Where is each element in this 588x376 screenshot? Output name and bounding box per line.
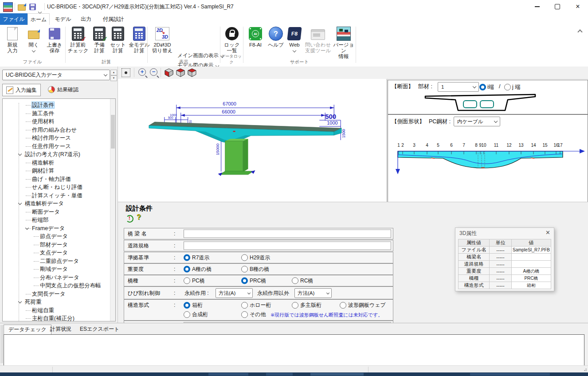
- open-file-icon[interactable]: [18, 3, 26, 11]
- tree-item[interactable]: 主桁自重(補正分): [3, 314, 110, 321]
- radio-class-a[interactable]: A種の橋: [184, 266, 212, 273]
- tree-item[interactable]: 施工条件: [3, 110, 110, 118]
- pc-steel-combobox[interactable]: 内ケーブル: [454, 117, 500, 126]
- tab-calc-status[interactable]: 計算状況: [46, 325, 76, 334]
- minimize-button[interactable]: [527, 0, 547, 13]
- zoom-in-icon[interactable]: +: [138, 68, 146, 76]
- model-viewport[interactable]: 67000 66000 500 1000 1000 500 50 15000 1…: [118, 79, 387, 202]
- f8-ai-button[interactable]: AI F8-AI: [246, 27, 265, 48]
- set-calc-button[interactable]: セット計算: [109, 27, 127, 54]
- method-a-combobox-1[interactable]: 方法(A): [216, 288, 253, 298]
- tree-item[interactable]: 死荷重: [3, 298, 110, 306]
- data-type-combobox[interactable]: UC-BRIDGE入力データ: [2, 70, 110, 80]
- tree-item[interactable]: 部材データ: [3, 241, 110, 249]
- bridge-name-input[interactable]: [184, 230, 391, 238]
- tree-item[interactable]: 計算スイッチ・単価: [3, 192, 110, 200]
- i-end-radio[interactable]: [479, 84, 486, 90]
- radio-class-b[interactable]: B種の橋: [241, 266, 269, 273]
- tree-item[interactable]: 使用材料: [3, 118, 110, 126]
- radio-corrugated-web[interactable]: 波形鋼板ウェブ: [340, 302, 386, 309]
- web-button[interactable]: F8 Web: [286, 27, 302, 52]
- tree-item[interactable]: 剛域データ: [3, 265, 110, 274]
- spinner-control[interactable]: ▲▼: [110, 70, 116, 80]
- resize-grip[interactable]: [584, 368, 587, 372]
- tree-item[interactable]: 桁端自重: [3, 306, 110, 315]
- result-check-button[interactable]: 結果確認: [44, 84, 82, 95]
- tab-file[interactable]: ファイル: [0, 13, 27, 25]
- tree-item[interactable]: 断面データ: [3, 208, 110, 216]
- tree-item[interactable]: Frameデータ: [3, 224, 110, 233]
- tree-item[interactable]: 設計条件: [3, 101, 110, 110]
- radio-composite-girder[interactable]: 合成桁: [184, 311, 208, 318]
- view-cube-top-icon[interactable]: [187, 68, 197, 78]
- view-cube-top-left-icon[interactable]: [176, 68, 185, 78]
- road-spec-input[interactable]: [184, 242, 391, 250]
- lock-list-button[interactable]: ロック一覧: [223, 27, 241, 54]
- radio-multi-slab[interactable]: 多主版桁: [292, 302, 321, 309]
- refresh-icon[interactable]: [126, 215, 133, 223]
- tree-item[interactable]: 分布バネデータ: [3, 274, 110, 282]
- tab-home[interactable]: ホーム: [27, 13, 50, 25]
- tree-scrollbar[interactable]: [110, 99, 115, 321]
- radio-h29[interactable]: H29道示: [241, 254, 270, 262]
- tree-item[interactable]: 桁端部: [3, 216, 110, 224]
- chevron-down-icon[interactable]: [18, 300, 22, 303]
- splitter-handle[interactable]: [1, 325, 1, 363]
- tree-item[interactable]: 二重節点データ: [3, 257, 110, 266]
- close-button[interactable]: ×: [568, 0, 588, 13]
- tab-es-export[interactable]: ESエクスポート: [75, 325, 124, 334]
- scrollbar-thumb[interactable]: [111, 115, 115, 149]
- attribute-panel[interactable]: 3D属性 ✕ 属性値単位値ファイル名-----SampleSI_R7.PFB橋梁…: [455, 227, 554, 291]
- view-cube-front-icon[interactable]: [164, 68, 174, 78]
- zoom-out-icon[interactable]: −: [150, 68, 157, 76]
- radio-r7[interactable]: R7道示: [184, 254, 209, 262]
- collapse-ribbon-icon[interactable]: [578, 27, 582, 35]
- new-input-button[interactable]: 新規入力: [3, 27, 22, 54]
- maximize-button[interactable]: [547, 0, 568, 13]
- radio-rc[interactable]: RC橋: [292, 277, 313, 285]
- chevron-down-icon[interactable]: [25, 226, 29, 229]
- tree-item[interactable]: 節点データ: [3, 232, 110, 241]
- radio-box-girder[interactable]: 箱桁: [184, 302, 203, 309]
- tab-model[interactable]: モデル: [51, 13, 74, 25]
- tree-item[interactable]: 設計の考え方(R7道示): [3, 150, 110, 159]
- j-end-radio[interactable]: [504, 84, 511, 90]
- tree-item[interactable]: 構造解析データ: [3, 200, 110, 208]
- tree-item[interactable]: 任意作用ケース: [3, 142, 110, 151]
- tree-item[interactable]: 鋼材計算: [3, 167, 110, 175]
- chevron-down-icon[interactable]: [18, 152, 22, 156]
- tree-item[interactable]: 構造解析: [3, 159, 110, 167]
- main-screen-display-menu[interactable]: メイン画面の表示: [177, 52, 223, 59]
- save-button[interactable]: 上書き保存: [44, 27, 65, 54]
- radio-prc[interactable]: PRC橋: [241, 277, 266, 285]
- tree-item[interactable]: 支点データ: [3, 249, 110, 257]
- method-a-combobox-2[interactable]: 方法(A): [294, 288, 332, 298]
- help-button[interactable]: ? ヘルプ: [267, 27, 285, 48]
- radio-hollow-girder[interactable]: ホロー桁: [241, 302, 271, 309]
- radio-other[interactable]: その他: [241, 311, 266, 318]
- save-icon[interactable]: [28, 3, 36, 11]
- fit-view-icon[interactable]: [122, 68, 130, 77]
- close-icon[interactable]: ✕: [545, 229, 550, 236]
- tree-item[interactable]: 中間支点上の仮想分布幅: [3, 282, 110, 290]
- toggle-2d-3d-button[interactable]: 2D↘3D 2D⇄3D切り替え: [150, 27, 175, 54]
- tree-item[interactable]: 作用の組み合わせ: [3, 126, 110, 134]
- tab-data-check[interactable]: データチェック: [4, 325, 51, 335]
- tab-accessory-design[interactable]: 付属設計: [98, 13, 129, 25]
- tree-item[interactable]: 支間長データ: [3, 290, 110, 298]
- question-icon[interactable]: ?: [137, 213, 141, 221]
- tree-item[interactable]: せん断・ねじり評価: [3, 183, 110, 192]
- open-button[interactable]: 開く: [25, 27, 43, 52]
- preliminary-calc-button[interactable]: ✓ 予備計算: [90, 27, 108, 54]
- version-info-button[interactable]: バージョン情報: [333, 27, 355, 59]
- chevron-down-icon[interactable]: [18, 201, 22, 205]
- tree-item[interactable]: 検討作用ケース: [3, 134, 110, 142]
- message-output-area[interactable]: [4, 334, 584, 366]
- member-combobox[interactable]: 1: [438, 82, 479, 92]
- pre-calc-check-button[interactable]: ✓ 計算前チェック: [67, 27, 89, 54]
- field-label: 重要度: [128, 266, 144, 273]
- tree-item[interactable]: 曲げ・軸力評価: [3, 175, 110, 184]
- radio-pc[interactable]: PC橋: [184, 277, 205, 285]
- input-edit-button[interactable]: 入力編集: [2, 84, 41, 96]
- tab-output[interactable]: 出力: [76, 13, 96, 25]
